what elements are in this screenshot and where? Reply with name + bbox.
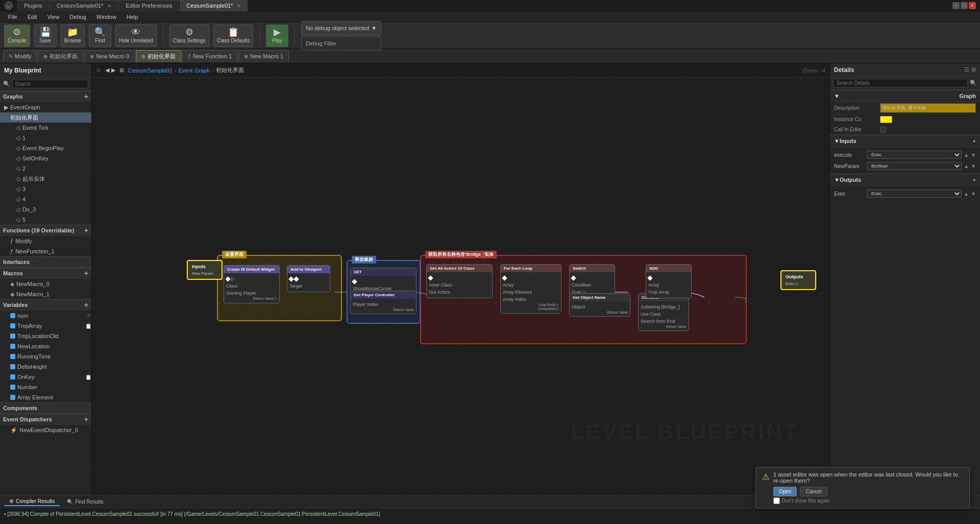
lift-entity-item[interactable]: ◇ 起吊实体 bbox=[0, 174, 91, 184]
components-section-header[interactable]: Components bbox=[0, 402, 91, 414]
event-1-item[interactable]: ◇ 1 bbox=[0, 133, 91, 143]
nav-back-button[interactable]: ◀ bbox=[105, 67, 109, 74]
minimize-button[interactable]: − bbox=[952, 2, 960, 9]
play-button[interactable]: ▶ Play bbox=[266, 25, 288, 47]
bp-tab-macro0[interactable]: ⊕ New Macro 0 bbox=[84, 50, 135, 62]
macros-section-header[interactable]: Macros + bbox=[0, 268, 91, 279]
input-newparam-down-arrow[interactable]: ▼ bbox=[971, 163, 976, 169]
input-execute-type[interactable]: Exec bbox=[867, 151, 962, 159]
menu-view[interactable]: View bbox=[43, 13, 64, 21]
breadcrumb-event-graph[interactable]: Event Graph bbox=[179, 67, 210, 74]
tab-cesium2[interactable]: CesiumSample01*✕ bbox=[180, 0, 248, 11]
input-execute-up-arrow[interactable]: ▲ bbox=[964, 152, 969, 158]
menu-debug[interactable]: Debug bbox=[65, 13, 90, 21]
tab-cesium1[interactable]: CesiumSample01*✕ bbox=[50, 0, 118, 11]
macro1-item[interactable]: ◈ NewMacro_1 bbox=[0, 289, 91, 299]
var-tmplocationold[interactable]: TmpLocationOld bbox=[0, 331, 91, 341]
dispatcher0-item[interactable]: ⚡ NewEventDispatcher_0 bbox=[0, 425, 91, 435]
add-input-button[interactable]: + bbox=[973, 138, 976, 144]
find-results-tab[interactable]: 🔍 Find Results bbox=[62, 498, 109, 506]
tab-editor-prefs[interactable]: Editor Preferences bbox=[119, 0, 179, 11]
bp-tab-function1[interactable]: ƒ New Function 1 bbox=[182, 50, 237, 62]
compile-button[interactable]: ⚙ Compile bbox=[4, 25, 30, 47]
maximize-button[interactable]: □ bbox=[961, 2, 968, 9]
for-each-loop-node[interactable]: For Each Loop Array Array Element Array … bbox=[500, 264, 561, 314]
class-settings-button[interactable]: ⚙ Class Settings bbox=[169, 25, 209, 47]
var-runningtime[interactable]: RunningTime bbox=[0, 351, 91, 362]
bp-tab-macro1[interactable]: ⊕ New Macro 1 bbox=[238, 50, 289, 62]
save-button[interactable]: 💾 Save bbox=[34, 25, 57, 47]
details-search-input[interactable] bbox=[833, 79, 968, 87]
var-newlocation[interactable]: NewLocation bbox=[0, 341, 91, 351]
macro0-item[interactable]: ◈ NewMacro_0 bbox=[0, 279, 91, 289]
newfunction1-item[interactable]: ƒ NewFunction_1 bbox=[0, 246, 91, 256]
menu-window[interactable]: Window bbox=[92, 13, 120, 21]
graph-section-header[interactable]: ▼ Graph bbox=[830, 90, 980, 102]
add-output-button[interactable]: + bbox=[973, 177, 976, 183]
setonkey-item[interactable]: ◇ SetOnKey bbox=[0, 153, 91, 163]
graphs-section-header[interactable]: Graphs + bbox=[0, 91, 91, 102]
class-defaults-button[interactable]: 📋 Class Defaults bbox=[213, 25, 253, 47]
event-dispatchers-section-header[interactable]: Event Dispatchers + bbox=[0, 414, 91, 425]
outputs-section-header[interactable]: ▼ Outputs + bbox=[830, 174, 980, 186]
menu-help[interactable]: Help bbox=[122, 13, 142, 21]
find-button[interactable]: 🔍 Find bbox=[89, 25, 111, 47]
event-4-item[interactable]: ◇ 4 bbox=[0, 194, 91, 204]
variables-section-header[interactable]: Variables + bbox=[0, 299, 91, 311]
output-exec-up-arrow[interactable]: ▲ bbox=[964, 191, 969, 197]
breadcrumb-cesium[interactable]: CesiumSample01 bbox=[128, 67, 173, 74]
init-face-item[interactable]: 初始化界面 bbox=[0, 112, 91, 123]
modify-function-item[interactable]: ƒ Modify bbox=[0, 236, 91, 246]
hide-unrelated-button[interactable]: 👁 Hide Unrelated bbox=[115, 25, 157, 47]
var-onkey[interactable]: OnKey 📋 bbox=[0, 372, 91, 382]
output-exec-down-arrow[interactable]: ▼ bbox=[971, 191, 976, 197]
do3-item[interactable]: ◇ Do_3 bbox=[0, 204, 91, 215]
add-variable-button[interactable]: + bbox=[84, 301, 88, 309]
add-function-button[interactable]: + bbox=[84, 226, 88, 234]
toast-open-button[interactable]: Open bbox=[773, 487, 797, 496]
input-newparam-type[interactable]: Boolean bbox=[867, 162, 962, 170]
debug-object-dropdown[interactable]: No debug object selected ▼ bbox=[301, 21, 381, 35]
blueprint-canvas[interactable]: ☆ ◀ ▶ ⊞ CesiumSample01 › Event Graph › 初… bbox=[92, 63, 829, 495]
tab-plugins[interactable]: Plugins bbox=[17, 0, 49, 11]
functions-section-header[interactable]: Functions (19 Overridable) + bbox=[0, 225, 91, 236]
call-in-editor-checkbox[interactable] bbox=[880, 127, 886, 133]
input-execute-down-arrow[interactable]: ▼ bbox=[971, 152, 976, 158]
add-macro-button[interactable]: + bbox=[84, 269, 88, 277]
description-value[interactable]: 初始化界面, 显示光标 bbox=[880, 103, 976, 113]
get-player-node[interactable]: Get Player Controller Player Index Retur… bbox=[350, 291, 416, 314]
create-widget-node[interactable]: Create W Default Widget ▷ Class Owning P… bbox=[224, 265, 280, 303]
input-newparam-up-arrow[interactable]: ▲ bbox=[964, 163, 969, 169]
details-list-view-button[interactable]: ☰ bbox=[964, 66, 969, 73]
debug-filter-button[interactable]: Debug Filter bbox=[301, 36, 381, 51]
bp-tab-init0[interactable]: ⊕ 初始化界面 bbox=[38, 50, 83, 62]
menu-edit[interactable]: Edit bbox=[23, 13, 41, 21]
var-number[interactable]: Number bbox=[0, 382, 91, 392]
var-deltaheight[interactable]: DeltaHeight bbox=[0, 362, 91, 372]
get-obj-name-node[interactable]: Get Object Name Object Return Value bbox=[569, 293, 630, 317]
var-tmparray[interactable]: TmpArray 📋 bbox=[0, 321, 91, 331]
compiler-results-tab[interactable]: ⚙ Compiler Results bbox=[4, 497, 60, 506]
details-grid-view-button[interactable]: ⊞ bbox=[971, 66, 976, 73]
toast-cancel-button[interactable]: Cancel bbox=[800, 487, 827, 496]
var-num[interactable]: num 👁 bbox=[0, 311, 91, 321]
add-dispatcher-button[interactable]: + bbox=[84, 415, 88, 423]
menu-file[interactable]: File bbox=[4, 13, 21, 21]
browse-button[interactable]: 📁 Browse bbox=[61, 25, 85, 47]
interfaces-section-header[interactable]: Interfaces bbox=[0, 256, 91, 268]
output-exec-type[interactable]: Exec bbox=[867, 189, 962, 198]
nav-forward-button[interactable]: ▶ bbox=[111, 67, 115, 74]
event-begin-play-item[interactable]: ◇ Event BeginPlay bbox=[0, 143, 91, 153]
left-search-input[interactable] bbox=[12, 80, 88, 88]
toast-no-show-checkbox[interactable] bbox=[773, 497, 780, 504]
close-button[interactable]: ✕ bbox=[969, 2, 976, 9]
add-to-viewport-node[interactable]: Add to Viewport Target bbox=[287, 265, 330, 292]
event-3-item[interactable]: ◇ 3 bbox=[0, 184, 91, 194]
add-graph-button[interactable]: + bbox=[84, 92, 88, 101]
add-node[interactable]: ADD Array Tmp Array bbox=[646, 264, 692, 298]
contains-node[interactable]: Contains Substring [Bridge_] Use Case Se… bbox=[638, 293, 689, 331]
var-arrayelement[interactable]: Array Element bbox=[0, 392, 91, 402]
instance-color-swatch[interactable] bbox=[880, 116, 892, 123]
bp-tab-modify[interactable]: ✎ Modify bbox=[3, 50, 37, 62]
inputs-section-header[interactable]: ▼ Inputs + bbox=[830, 135, 980, 147]
